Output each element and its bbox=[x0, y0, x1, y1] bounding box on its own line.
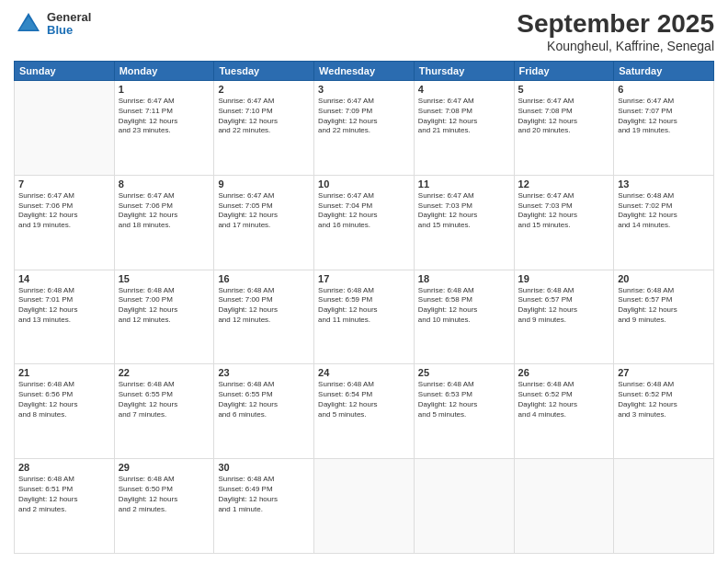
day-info: Sunrise: 6:48 AM Sunset: 6:57 PM Dayligh… bbox=[618, 286, 710, 326]
title-block: September 2025 Koungheul, Kaffrine, Sene… bbox=[517, 9, 714, 53]
day-number: 3 bbox=[318, 84, 410, 95]
day-info: Sunrise: 6:48 AM Sunset: 6:50 PM Dayligh… bbox=[119, 475, 210, 514]
day-number: 18 bbox=[418, 273, 510, 284]
day-number: 6 bbox=[618, 84, 710, 95]
day-info: Sunrise: 6:48 AM Sunset: 7:01 PM Dayligh… bbox=[18, 286, 110, 326]
day-info: Sunrise: 6:47 AM Sunset: 7:07 PM Dayligh… bbox=[618, 97, 710, 136]
day-info: Sunrise: 6:48 AM Sunset: 7:00 PM Dayligh… bbox=[218, 286, 310, 326]
day-info: Sunrise: 6:47 AM Sunset: 7:05 PM Dayligh… bbox=[218, 191, 310, 231]
day-number: 15 bbox=[119, 273, 210, 284]
day-info: Sunrise: 6:48 AM Sunset: 6:53 PM Dayligh… bbox=[418, 380, 510, 419]
day-info: Sunrise: 6:47 AM Sunset: 7:04 PM Dayligh… bbox=[318, 191, 410, 231]
day-cell: 22Sunrise: 6:48 AM Sunset: 6:55 PM Dayli… bbox=[114, 364, 214, 459]
day-number: 4 bbox=[418, 84, 510, 95]
day-cell: 23Sunrise: 6:48 AM Sunset: 6:55 PM Dayli… bbox=[214, 364, 314, 459]
day-cell: 1Sunrise: 6:47 AM Sunset: 7:11 PM Daylig… bbox=[114, 81, 214, 176]
day-cell: 17Sunrise: 6:48 AM Sunset: 6:59 PM Dayli… bbox=[314, 270, 415, 364]
day-cell: 24Sunrise: 6:48 AM Sunset: 6:54 PM Dayli… bbox=[314, 364, 415, 459]
day-cell: 28Sunrise: 6:48 AM Sunset: 6:51 PM Dayli… bbox=[15, 459, 115, 554]
day-cell: 27Sunrise: 6:48 AM Sunset: 6:52 PM Dayli… bbox=[614, 364, 714, 459]
calendar-title: September 2025 bbox=[517, 9, 714, 39]
day-cell: 4Sunrise: 6:47 AM Sunset: 7:08 PM Daylig… bbox=[414, 81, 514, 176]
day-number: 21 bbox=[18, 367, 110, 378]
day-cell: 30Sunrise: 6:48 AM Sunset: 6:49 PM Dayli… bbox=[214, 459, 314, 554]
week-row-4: 28Sunrise: 6:48 AM Sunset: 6:51 PM Dayli… bbox=[15, 459, 714, 554]
day-info: Sunrise: 6:48 AM Sunset: 6:56 PM Dayligh… bbox=[18, 380, 110, 419]
day-number: 7 bbox=[18, 178, 110, 190]
day-info: Sunrise: 6:47 AM Sunset: 7:03 PM Dayligh… bbox=[518, 191, 610, 231]
day-number: 28 bbox=[18, 462, 110, 473]
col-sunday: Sunday bbox=[15, 62, 115, 81]
day-info: Sunrise: 6:48 AM Sunset: 6:57 PM Dayligh… bbox=[518, 286, 610, 326]
logo-text: General Blue bbox=[47, 11, 91, 38]
day-number: 19 bbox=[518, 273, 610, 284]
day-cell: 9Sunrise: 6:47 AM Sunset: 7:05 PM Daylig… bbox=[214, 175, 314, 270]
day-info: Sunrise: 6:48 AM Sunset: 6:54 PM Dayligh… bbox=[318, 380, 410, 419]
day-number: 12 bbox=[518, 178, 610, 190]
day-cell bbox=[514, 459, 614, 554]
col-saturday: Saturday bbox=[614, 62, 714, 81]
day-info: Sunrise: 6:47 AM Sunset: 7:09 PM Dayligh… bbox=[318, 97, 410, 136]
day-cell: 12Sunrise: 6:47 AM Sunset: 7:03 PM Dayli… bbox=[514, 175, 614, 270]
day-cell: 14Sunrise: 6:48 AM Sunset: 7:01 PM Dayli… bbox=[15, 270, 115, 364]
day-cell: 3Sunrise: 6:47 AM Sunset: 7:09 PM Daylig… bbox=[314, 81, 415, 176]
day-number: 9 bbox=[218, 178, 310, 190]
day-number: 30 bbox=[218, 462, 310, 473]
day-number: 2 bbox=[218, 84, 310, 95]
day-number: 23 bbox=[218, 367, 310, 378]
col-thursday: Thursday bbox=[414, 62, 514, 81]
day-number: 11 bbox=[418, 178, 510, 190]
day-cell: 13Sunrise: 6:48 AM Sunset: 7:02 PM Dayli… bbox=[614, 175, 714, 270]
day-info: Sunrise: 6:47 AM Sunset: 7:08 PM Dayligh… bbox=[518, 97, 610, 136]
day-cell: 25Sunrise: 6:48 AM Sunset: 6:53 PM Dayli… bbox=[414, 364, 514, 459]
header-row: Sunday Monday Tuesday Wednesday Thursday… bbox=[15, 62, 714, 81]
week-row-3: 21Sunrise: 6:48 AM Sunset: 6:56 PM Dayli… bbox=[15, 364, 714, 459]
day-number: 13 bbox=[618, 178, 710, 190]
day-info: Sunrise: 6:48 AM Sunset: 7:00 PM Dayligh… bbox=[119, 286, 210, 326]
logo-icon bbox=[14, 9, 43, 39]
logo: General Blue bbox=[14, 9, 91, 39]
day-number: 17 bbox=[318, 273, 410, 284]
logo-blue: Blue bbox=[47, 24, 91, 37]
day-info: Sunrise: 6:47 AM Sunset: 7:06 PM Dayligh… bbox=[119, 191, 210, 231]
day-info: Sunrise: 6:48 AM Sunset: 6:58 PM Dayligh… bbox=[418, 286, 510, 326]
page: General Blue September 2025 Koungheul, K… bbox=[0, 0, 728, 563]
day-cell bbox=[314, 459, 415, 554]
day-number: 20 bbox=[618, 273, 710, 284]
logo-general: General bbox=[47, 11, 91, 24]
day-number: 27 bbox=[618, 367, 710, 378]
day-info: Sunrise: 6:48 AM Sunset: 7:02 PM Dayligh… bbox=[618, 191, 710, 231]
day-cell: 6Sunrise: 6:47 AM Sunset: 7:07 PM Daylig… bbox=[614, 81, 714, 176]
day-info: Sunrise: 6:47 AM Sunset: 7:03 PM Dayligh… bbox=[418, 191, 510, 231]
calendar-subtitle: Koungheul, Kaffrine, Senegal bbox=[517, 39, 714, 53]
week-row-0: 1Sunrise: 6:47 AM Sunset: 7:11 PM Daylig… bbox=[15, 81, 714, 176]
col-friday: Friday bbox=[514, 62, 614, 81]
day-number: 16 bbox=[218, 273, 310, 284]
day-info: Sunrise: 6:48 AM Sunset: 6:52 PM Dayligh… bbox=[518, 380, 610, 419]
day-cell: 10Sunrise: 6:47 AM Sunset: 7:04 PM Dayli… bbox=[314, 175, 415, 270]
day-cell: 21Sunrise: 6:48 AM Sunset: 6:56 PM Dayli… bbox=[15, 364, 115, 459]
day-cell: 11Sunrise: 6:47 AM Sunset: 7:03 PM Dayli… bbox=[414, 175, 514, 270]
day-info: Sunrise: 6:47 AM Sunset: 7:11 PM Dayligh… bbox=[119, 97, 210, 136]
day-info: Sunrise: 6:48 AM Sunset: 6:52 PM Dayligh… bbox=[618, 380, 710, 419]
day-number: 5 bbox=[518, 84, 610, 95]
day-info: Sunrise: 6:48 AM Sunset: 6:49 PM Dayligh… bbox=[218, 475, 310, 514]
day-number: 14 bbox=[18, 273, 110, 284]
day-cell bbox=[414, 459, 514, 554]
day-info: Sunrise: 6:47 AM Sunset: 7:06 PM Dayligh… bbox=[18, 191, 110, 231]
col-monday: Monday bbox=[114, 62, 214, 81]
day-cell: 29Sunrise: 6:48 AM Sunset: 6:50 PM Dayli… bbox=[114, 459, 214, 554]
day-info: Sunrise: 6:48 AM Sunset: 6:55 PM Dayligh… bbox=[119, 380, 210, 419]
day-cell: 5Sunrise: 6:47 AM Sunset: 7:08 PM Daylig… bbox=[514, 81, 614, 176]
day-cell bbox=[614, 459, 714, 554]
col-wednesday: Wednesday bbox=[314, 62, 415, 81]
week-row-2: 14Sunrise: 6:48 AM Sunset: 7:01 PM Dayli… bbox=[15, 270, 714, 364]
day-cell: 16Sunrise: 6:48 AM Sunset: 7:00 PM Dayli… bbox=[214, 270, 314, 364]
day-cell: 2Sunrise: 6:47 AM Sunset: 7:10 PM Daylig… bbox=[214, 81, 314, 176]
day-info: Sunrise: 6:47 AM Sunset: 7:08 PM Dayligh… bbox=[418, 97, 510, 136]
day-cell bbox=[15, 81, 115, 176]
day-cell: 7Sunrise: 6:47 AM Sunset: 7:06 PM Daylig… bbox=[15, 175, 115, 270]
day-cell: 15Sunrise: 6:48 AM Sunset: 7:00 PM Dayli… bbox=[114, 270, 214, 364]
day-info: Sunrise: 6:48 AM Sunset: 6:59 PM Dayligh… bbox=[318, 286, 410, 326]
calendar-table: Sunday Monday Tuesday Wednesday Thursday… bbox=[14, 61, 714, 554]
